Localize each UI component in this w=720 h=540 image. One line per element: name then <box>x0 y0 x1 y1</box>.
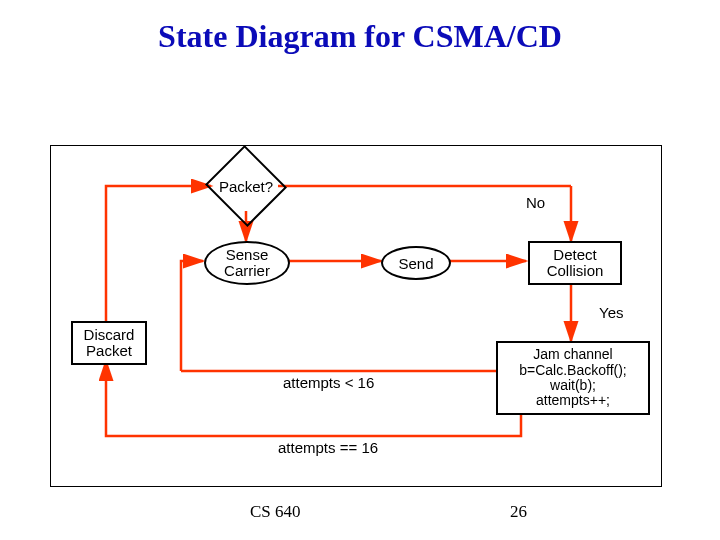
node-discard-packet: Discard Packet <box>71 321 147 365</box>
diagram-canvas: Packet? Sense Carrier Send Detect Collis… <box>50 145 662 487</box>
label-attempts-eq-16: attempts == 16 <box>276 439 380 456</box>
node-jam-channel: Jam channel b=Calc.Backoff(); wait(b); a… <box>496 341 650 415</box>
node-sense-carrier: Sense Carrier <box>204 241 290 285</box>
label-yes: Yes <box>599 304 623 321</box>
node-detect-collision: Detect Collision <box>528 241 622 285</box>
label-attempts-lt-16: attempts < 16 <box>281 374 376 391</box>
node-packet-label: Packet? <box>216 178 276 195</box>
label-no: No <box>526 194 545 211</box>
node-send: Send <box>381 246 451 280</box>
slide-title: State Diagram for CSMA/CD <box>0 18 720 55</box>
node-packet-decision: Packet? <box>216 158 276 214</box>
footer-page-number: 26 <box>510 502 527 522</box>
footer-course: CS 640 <box>250 502 301 522</box>
arrows-layer <box>51 146 661 486</box>
